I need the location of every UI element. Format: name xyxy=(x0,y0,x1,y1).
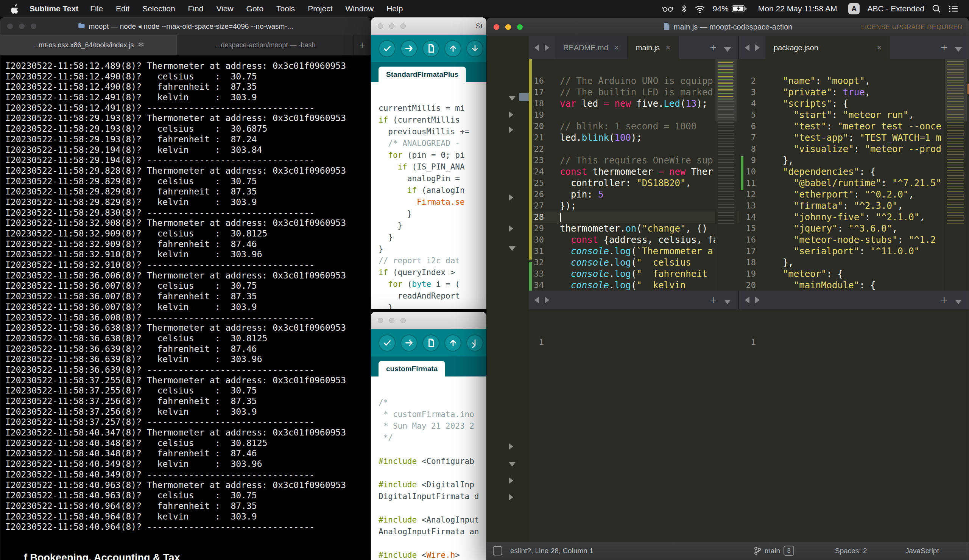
terminal-output[interactable]: I20230522-11:58:12.489(8)? Thermometer a… xyxy=(0,56,371,560)
chevron-down-icon[interactable] xyxy=(509,462,516,467)
zoom-button[interactable] xyxy=(31,23,36,29)
close-tab-icon[interactable]: × xyxy=(877,43,882,53)
close-button[interactable] xyxy=(7,23,13,29)
apple-menu-icon[interactable] xyxy=(11,4,19,13)
menubar-item[interactable]: Project xyxy=(301,4,339,13)
sketch-tab-standardfirmataplus[interactable]: StandardFirmataPlus xyxy=(378,66,466,82)
zoom-button[interactable] xyxy=(400,318,406,323)
linter-box-icon[interactable] xyxy=(493,546,502,555)
new-sketch-button[interactable] xyxy=(423,40,440,57)
tab-scroll-right-icon[interactable] xyxy=(545,297,549,304)
new-tab-button[interactable]: + xyxy=(708,294,719,306)
input-source-label[interactable]: ABC - Extended xyxy=(867,4,924,13)
battery-status[interactable]: 94% xyxy=(713,4,747,13)
terminal-title-bar[interactable]: moopt — node ◂ node --max-old-space-size… xyxy=(0,18,371,35)
terminal-tab-bash[interactable]: ...despace-action/moopt — -bash xyxy=(177,35,354,55)
chevron-right-icon[interactable] xyxy=(509,194,513,201)
verify-button[interactable] xyxy=(378,40,396,57)
new-tab-button[interactable]: + xyxy=(708,41,719,54)
sidebar-folder-row[interactable] xyxy=(487,492,529,503)
sidebar-folder-row[interactable] xyxy=(487,441,529,452)
terminal-new-tab-button[interactable]: + xyxy=(354,35,371,55)
sidebar-folder-row[interactable] xyxy=(487,91,529,103)
chevron-right-icon[interactable] xyxy=(509,494,513,500)
editor-bottom-left-empty[interactable]: 1 xyxy=(529,309,739,543)
minimize-button[interactable] xyxy=(389,23,395,29)
chevron-right-icon[interactable] xyxy=(509,443,513,450)
chevron-right-icon[interactable] xyxy=(509,126,513,133)
tab-readme-md[interactable]: README.md × xyxy=(555,37,628,59)
git-branch-status[interactable]: main 3 xyxy=(754,546,794,556)
open-sketch-button[interactable] xyxy=(445,334,461,352)
tab-scroll-left-icon[interactable] xyxy=(534,297,539,304)
syntax-setting[interactable]: JavaScript xyxy=(906,547,939,555)
menubar-item[interactable]: Find xyxy=(181,4,210,13)
chevron-down-icon[interactable] xyxy=(509,96,516,101)
new-tab-button[interactable]: + xyxy=(938,294,950,306)
sublime-sidebar[interactable] xyxy=(487,37,529,542)
sidebar-folder-row[interactable] xyxy=(487,192,529,203)
menu-bar-clock[interactable]: Mon 22 May 11:58 AM xyxy=(758,4,837,13)
sidebar-folder-row[interactable] xyxy=(487,241,529,253)
sketch-tab-customfirmata[interactable]: customFirmata xyxy=(378,361,445,377)
sidebar-folder-row[interactable] xyxy=(487,475,529,486)
save-sketch-button[interactable] xyxy=(466,334,483,352)
tab-overflow-menu-icon[interactable] xyxy=(724,47,731,52)
sidebar-folder-row[interactable] xyxy=(487,457,529,469)
minimize-button[interactable] xyxy=(19,23,25,29)
minimize-button[interactable] xyxy=(389,318,395,323)
verify-button[interactable] xyxy=(378,334,396,352)
open-sketch-button[interactable] xyxy=(445,40,461,57)
chevron-down-icon[interactable] xyxy=(509,246,516,251)
chevron-right-icon[interactable] xyxy=(509,225,513,232)
chevron-right-icon[interactable] xyxy=(509,477,513,484)
tab-package-json[interactable]: package.json × xyxy=(765,37,890,59)
new-tab-button[interactable]: + xyxy=(938,41,950,54)
editor-main-js[interactable]: 16// The Arduino UNO is equipp17// The b… xyxy=(529,59,739,291)
menubar-item[interactable]: Goto xyxy=(240,4,270,13)
tab-overflow-menu-icon[interactable] xyxy=(955,47,962,52)
menubar-item[interactable]: Help xyxy=(380,4,409,13)
tab-scroll-right-icon[interactable] xyxy=(755,297,760,304)
tab-scroll-right-icon[interactable] xyxy=(545,44,549,51)
sidebar-folder-row[interactable] xyxy=(487,109,529,120)
minimize-button[interactable] xyxy=(505,24,511,30)
chevron-right-icon[interactable] xyxy=(509,111,513,118)
sidebar-folder-row[interactable] xyxy=(487,124,529,135)
tab-scroll-left-icon[interactable] xyxy=(534,44,539,51)
tab-scroll-left-icon[interactable] xyxy=(745,44,749,51)
zoom-button[interactable] xyxy=(400,23,406,29)
upload-button[interactable] xyxy=(400,334,418,352)
tab-scroll-left-icon[interactable] xyxy=(745,297,749,304)
zoom-button[interactable] xyxy=(517,24,523,30)
menubar-item[interactable]: Window xyxy=(339,4,380,13)
sidebar-folder-row[interactable] xyxy=(487,223,529,234)
terminal-tab-index-js[interactable]: ...mt-os.osx.x86_64/tools/index.js xyxy=(0,35,177,55)
glasses-icon[interactable] xyxy=(662,5,673,13)
sublime-title-bar[interactable]: main.js — moopt-codespace-action LICENSE… xyxy=(487,18,969,37)
input-source-badge[interactable]: A xyxy=(848,3,860,14)
minimap[interactable] xyxy=(944,59,967,291)
menubar-item[interactable]: Edit xyxy=(109,4,136,13)
tab-scroll-right-icon[interactable] xyxy=(755,44,760,51)
wifi-icon[interactable] xyxy=(694,4,705,13)
close-button[interactable] xyxy=(494,24,499,30)
arduino-title-bar[interactable]: St xyxy=(371,17,486,35)
arduino-title-bar[interactable] xyxy=(371,312,486,329)
menubar-item[interactable]: Tools xyxy=(270,4,301,13)
save-sketch-button[interactable] xyxy=(466,40,483,57)
tab-overflow-menu-icon[interactable] xyxy=(724,300,731,304)
close-tab-icon[interactable]: × xyxy=(666,43,670,53)
close-tab-icon[interactable]: × xyxy=(614,43,619,53)
control-center-list-icon[interactable] xyxy=(949,5,958,13)
active-app-name[interactable]: Sublime Text xyxy=(30,4,78,13)
menubar-item[interactable]: View xyxy=(210,4,240,13)
menubar-item[interactable]: File xyxy=(84,4,109,13)
spotlight-search-icon[interactable] xyxy=(932,4,941,13)
close-button[interactable] xyxy=(378,23,383,29)
menubar-item[interactable]: Selection xyxy=(136,4,181,13)
editor-package-json[interactable]: 2 "name": "moopt",3 "private": true,4 "s… xyxy=(741,59,969,291)
arduino-code-editor[interactable]: /* * customFirmata.ino * Sun May 21 2023… xyxy=(371,377,486,560)
arduino-code-editor[interactable]: currentMillis = miif (currentMillis prev… xyxy=(371,82,486,309)
tab-main-js[interactable]: main.js × xyxy=(628,37,679,59)
